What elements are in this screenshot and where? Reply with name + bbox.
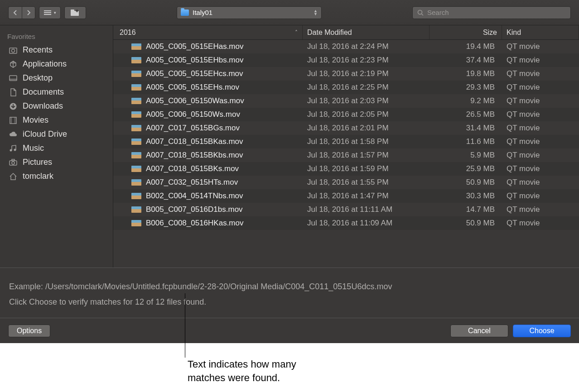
camera-icon	[8, 158, 18, 167]
choose-button[interactable]: Choose	[513, 325, 571, 337]
sidebar-item-label: Desktop	[23, 73, 53, 83]
column-size[interactable]: Size	[429, 25, 502, 39]
file-size: 26.5 MB	[429, 110, 502, 119]
file-size: 11.6 MB	[429, 137, 502, 146]
svg-point-18	[14, 148, 16, 151]
sort-asc-icon: ˄	[295, 29, 298, 36]
file-kind: QT movie	[502, 178, 579, 187]
match-status: Click Choose to verify matches for 12 of…	[9, 294, 570, 310]
sidebar-item-downloads[interactable]: Downloads	[0, 99, 113, 113]
file-row[interactable]: B005_C007_0516D1bs.movJul 18, 2016 at 11…	[113, 203, 579, 216]
view-mode-button[interactable]: ▾	[39, 6, 61, 19]
file-date: Jul 18, 2016 at 2:23 PM	[303, 56, 429, 65]
file-row[interactable]: A007_C018_0515BKbs.movJul 18, 2016 at 1:…	[113, 148, 579, 162]
file-date: Jul 18, 2016 at 2:25 PM	[303, 83, 429, 92]
file-size: 37.4 MB	[429, 56, 502, 65]
toolbar: ▾ Italy01 ▲▼ Search	[0, 0, 579, 25]
svg-rect-4	[71, 10, 74, 12]
search-input[interactable]: Search	[412, 6, 571, 19]
file-size: 50.9 MB	[429, 219, 502, 228]
file-kind: QT movie	[502, 56, 579, 65]
sidebar-item-desktop[interactable]: Desktop	[0, 71, 113, 85]
sidebar-item-music[interactable]: Music	[0, 141, 113, 155]
file-kind: QT movie	[502, 96, 579, 105]
file-row[interactable]: A007_C018_0515BKas.movJul 18, 2016 at 1:…	[113, 135, 579, 148]
file-date: Jul 18, 2016 at 11:11 AM	[303, 205, 429, 214]
options-button[interactable]: Options	[8, 325, 50, 337]
file-kind: QT movie	[502, 83, 579, 92]
svg-rect-11	[10, 76, 17, 81]
search-placeholder: Search	[427, 9, 449, 16]
movie-thumb-icon	[131, 220, 141, 226]
movie-thumb-icon	[131, 57, 141, 63]
file-name: A007_C018_0515BKbs.mov	[146, 151, 243, 160]
file-area: 2016 ˄ Date Modified Size Kind A005_C005…	[113, 25, 579, 268]
nav-back-button[interactable]	[8, 6, 22, 19]
movie-thumb-icon	[131, 139, 141, 145]
file-kind: QT movie	[502, 191, 579, 201]
file-row[interactable]: B006_C008_0516HKas.movJul 18, 2016 at 11…	[113, 216, 579, 230]
file-row-partial	[113, 230, 579, 237]
file-size: 50.9 MB	[429, 178, 502, 187]
file-name: B006_C008_0516HKas.mov	[146, 219, 243, 228]
file-date: Jul 18, 2016 at 1:57 PM	[303, 151, 429, 160]
file-date: Jul 18, 2016 at 2:19 PM	[303, 69, 429, 78]
file-row[interactable]: A005_C006_05150Was.movJul 18, 2016 at 2:…	[113, 94, 579, 108]
sidebar-item-pictures[interactable]: Pictures	[0, 155, 113, 169]
file-size: 14.7 MB	[429, 205, 502, 214]
column-date[interactable]: Date Modified	[303, 25, 429, 39]
file-name: A005_C005_0515EHs.mov	[146, 83, 239, 92]
doc-icon	[8, 88, 18, 96]
search-icon	[417, 10, 424, 16]
file-size: 25.9 MB	[429, 164, 502, 173]
clock-icon	[8, 46, 18, 54]
file-date: Jul 18, 2016 at 2:05 PM	[303, 110, 429, 119]
svg-rect-21	[12, 159, 14, 161]
file-kind: QT movie	[502, 42, 579, 51]
file-kind: QT movie	[502, 164, 579, 173]
file-size: 29.3 MB	[429, 83, 502, 92]
file-date: Jul 18, 2016 at 2:24 PM	[303, 42, 429, 51]
sidebar-header: Favorites	[0, 31, 113, 43]
file-row[interactable]: A005_C005_0515EHas.movJul 18, 2016 at 2:…	[113, 40, 579, 53]
sidebar-item-tomclark[interactable]: tomclark	[0, 169, 113, 183]
file-row[interactable]: A007_C032_0515HTs.movJul 18, 2016 at 1:5…	[113, 176, 579, 189]
sidebar-item-applications[interactable]: Applications	[0, 57, 113, 71]
download-icon	[8, 102, 18, 110]
cloud-icon	[8, 130, 18, 139]
column-name[interactable]: 2016 ˄	[113, 25, 303, 39]
cancel-button[interactable]: Cancel	[450, 325, 508, 337]
file-date: Jul 18, 2016 at 1:59 PM	[303, 164, 429, 173]
file-row[interactable]: A007_C017_0515BGs.movJul 18, 2016 at 2:0…	[113, 121, 579, 135]
file-kind: QT movie	[502, 205, 579, 214]
sidebar-item-label: Movies	[23, 115, 48, 125]
file-size: 30.3 MB	[429, 191, 502, 201]
folder-path-select[interactable]: Italy01 ▲▼	[177, 6, 322, 19]
sidebar-item-movies[interactable]: Movies	[0, 113, 113, 127]
movie-thumb-icon	[131, 84, 141, 91]
file-row[interactable]: A005_C005_0515EHcs.movJul 18, 2016 at 2:…	[113, 67, 579, 81]
file-row[interactable]: A005_C005_0515EHs.movJul 18, 2016 at 2:2…	[113, 81, 579, 94]
file-row[interactable]: A005_C005_0515EHbs.movJul 18, 2016 at 2:…	[113, 53, 579, 67]
sidebar-item-label: Pictures	[23, 158, 52, 167]
file-kind: QT movie	[502, 124, 579, 133]
sidebar: Favorites RecentsApplicationsDesktopDocu…	[0, 25, 113, 268]
nav-forward-button[interactable]	[22, 6, 35, 19]
file-row[interactable]: B002_C004_0514TNbs.movJul 18, 2016 at 1:…	[113, 189, 579, 203]
file-size: 31.4 MB	[429, 124, 502, 133]
file-list[interactable]: A005_C005_0515EHas.movJul 18, 2016 at 2:…	[113, 40, 579, 268]
file-date: Jul 18, 2016 at 2:01 PM	[303, 124, 429, 133]
file-name: A007_C018_0515BKas.mov	[146, 137, 243, 146]
sidebar-item-documents[interactable]: Documents	[0, 85, 113, 99]
file-kind: QT movie	[502, 137, 579, 146]
file-row[interactable]: A007_C018_0515BKs.movJul 18, 2016 at 1:5…	[113, 162, 579, 176]
new-folder-button[interactable]	[64, 6, 86, 19]
sidebar-item-recents[interactable]: Recents	[0, 43, 113, 57]
file-row[interactable]: A005_C006_05150Ws.movJul 18, 2016 at 2:0…	[113, 108, 579, 121]
file-chooser-dialog: ▾ Italy01 ▲▼ Search Favorites RecentsApp…	[0, 0, 579, 343]
callout-text: Text indicates how many matches were fou…	[188, 358, 296, 384]
file-date: Jul 18, 2016 at 1:58 PM	[303, 137, 429, 146]
column-headers: 2016 ˄ Date Modified Size Kind	[113, 25, 579, 40]
sidebar-item-icloud-drive[interactable]: iCloud Drive	[0, 127, 113, 141]
column-kind[interactable]: Kind	[502, 25, 579, 39]
